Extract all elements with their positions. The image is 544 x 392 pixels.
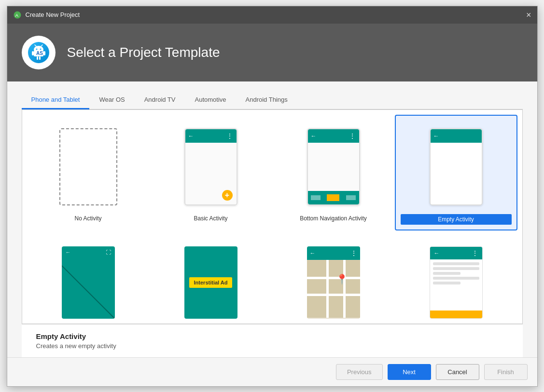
fullscreen-preview: ← ⛶ [52,239,125,324]
no-activity-dashed-box [59,128,117,205]
bottom-nav-body [308,143,359,191]
bottom-nav-menu-icon: ⋮ [349,132,356,140]
maps-content: 📍 [307,260,360,318]
finish-button[interactable]: Finish [484,364,528,380]
basic-activity-preview: ← ⋮ + [175,123,247,210]
svg-text:AS: AS [36,51,43,56]
maps-menu-icon: ⋮ [350,249,357,257]
maps-phone: ← ⋮ 📍 [307,246,360,319]
master-detail-preview: ← ⋮ [420,239,492,324]
platform-tabs: Phone and Tablet Wear OS Android TV Auto… [22,91,523,109]
master-body [430,259,482,311]
template-interstitial-ad[interactable]: Interstitial Ad Interstitial Ad [150,230,272,324]
bottom-nav-label: Bottom Navigation Activity [298,214,369,223]
svg-rect-5 [32,51,34,55]
selected-template-description: Creates a new empty activity [36,342,508,350]
map-road-2 [307,294,360,296]
nav-item-2 [327,194,339,201]
header-logo: AS [22,36,56,69]
svg-line-14 [62,266,115,319]
basic-activity-label: Basic Activity [192,214,229,223]
map-marker: 📍 [336,274,348,284]
content-area: Phone and Tablet Wear OS Android TV Auto… [7,81,537,357]
template-grid: No Activity ← ⋮ + [22,110,522,324]
svg-rect-6 [43,51,45,55]
maps-topbar: ← ⋮ [307,246,360,260]
fullscreen-phone: ← ⛶ [62,246,115,319]
bottom-nav-phone: ← ⋮ [307,128,360,205]
bottom-nav-bar [308,191,359,204]
map-road-3 [326,260,329,318]
empty-topbar: ← [431,129,482,143]
create-project-dialog: A Create New Project × [7,6,538,387]
basic-menu-icon: ⋮ [226,132,234,140]
svg-text:A: A [15,12,18,17]
interstitial-preview: Interstitial Ad [175,239,247,324]
selected-template-title: Empty Activity [36,332,508,340]
master-line-2 [433,267,479,270]
maps-back-icon: ← [310,250,316,257]
template-master-detail[interactable]: ← ⋮ [395,230,517,324]
template-google-maps[interactable]: ← ⋮ 📍 [272,230,395,324]
master-line-4 [433,277,479,280]
template-empty-activity[interactable]: ← Empty Activity [395,115,517,230]
next-button[interactable]: Next [388,364,431,380]
android-studio-logo: AS [27,41,50,64]
master-line-3 [433,272,461,275]
no-activity-label: No Activity [72,214,103,223]
dialog-footer: Previous Next Cancel Finish [7,357,537,386]
master-line-5 [433,282,461,284]
interstitial-phone: Interstitial Ad [184,246,237,319]
svg-point-9 [36,48,37,50]
template-basic-activity[interactable]: ← ⋮ + Basic Activity [150,115,272,230]
template-fullscreen[interactable]: ← ⛶ Fullscreen Activity [27,230,150,324]
basic-activity-phone: ← ⋮ + [184,128,237,205]
master-phone: ← ⋮ [430,246,483,319]
basic-back-icon: ← [188,133,194,139]
title-bar-left: A Create New Project [13,11,80,19]
dialog-header: AS Select a Project Template [7,24,537,81]
tab-phone-tablet[interactable]: Phone and Tablet [22,91,90,109]
basic-topbar: ← ⋮ [185,129,237,143]
master-bottom-bar [430,311,482,318]
empty-activity-label: Empty Activity [401,214,512,225]
bottom-nav-back-icon: ← [311,133,317,139]
template-no-activity[interactable]: No Activity [27,115,150,230]
template-bottom-navigation[interactable]: ← ⋮ Bottom Navigation Activity [272,115,395,230]
nav-item-3 [346,195,356,200]
maps-preview: ← ⋮ 📍 [297,239,370,324]
no-activity-preview [52,123,125,210]
tab-android-tv[interactable]: Android TV [135,91,185,109]
basic-body: + [185,143,237,204]
template-grid-container[interactable]: No Activity ← ⋮ + [22,109,523,324]
fullscreen-diagonal [62,246,115,319]
svg-rect-7 [37,56,38,60]
empty-back-icon: ← [433,133,439,139]
empty-activity-phone: ← [430,128,483,205]
master-line-1 [433,262,479,265]
map-road-1 [307,277,360,279]
title-bar-title: Create New Project [26,11,80,18]
svg-rect-8 [39,56,41,60]
previous-button[interactable]: Previous [336,364,383,380]
tab-automotive[interactable]: Automotive [185,91,236,109]
nav-item-1 [311,195,321,200]
svg-point-10 [40,48,41,50]
bottom-nav-topbar: ← ⋮ [308,129,359,143]
map-road-4 [343,260,346,318]
empty-body [431,143,482,204]
tab-wear-os[interactable]: Wear OS [89,91,134,109]
master-back-icon: ← [434,250,440,257]
interstitial-badge: Interstitial Ad [189,277,233,288]
bottom-nav-preview: ← ⋮ [297,123,370,210]
master-topbar: ← ⋮ [430,247,482,259]
header-title: Select a Project Template [67,45,220,60]
android-studio-title-icon: A [13,11,22,19]
master-menu-icon: ⋮ [472,249,478,257]
title-bar: A Create New Project × [7,6,537,24]
basic-fab: + [222,190,233,201]
close-button[interactable]: × [526,11,531,19]
tab-android-things[interactable]: Android Things [236,91,297,109]
cancel-button[interactable]: Cancel [436,364,479,380]
description-area: Empty Activity Creates a new empty activ… [22,324,523,357]
